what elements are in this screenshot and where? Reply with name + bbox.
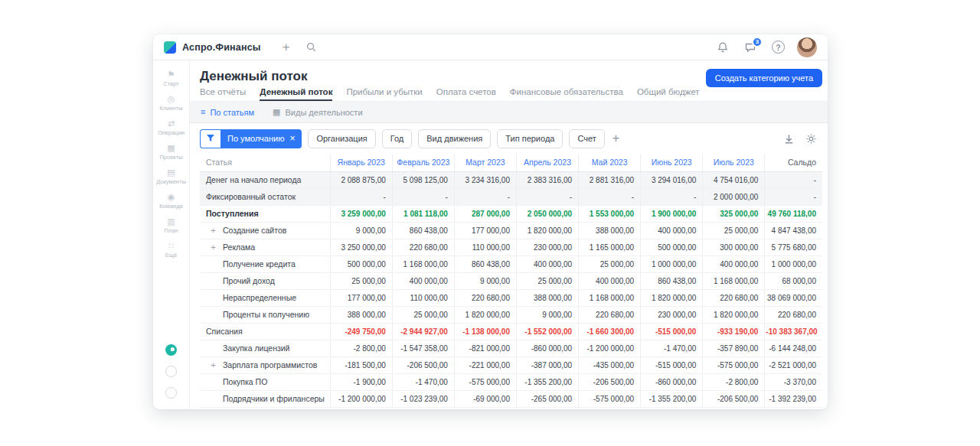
value-cell: 400 000,00 (392, 272, 454, 289)
value-cell: - (579, 188, 641, 205)
sidebar-item-start[interactable]: ⚑Старт (156, 70, 186, 87)
sidebar-item-projects[interactable]: ▦Проекты (156, 143, 186, 161)
value-cell: -1 138 000,00 (454, 323, 516, 340)
column-month[interactable]: Март 2023 (454, 154, 516, 171)
value-cell: -206 500,00 (579, 373, 641, 390)
row-software-purchase: Покупка ПО-1 900,00-1 470,00-575 000,00-… (200, 373, 822, 390)
value-cell: -821 000,00 (454, 340, 516, 356)
settings-icon[interactable] (805, 133, 817, 145)
expand-icon[interactable]: + (209, 360, 217, 369)
tab-cash-flow[interactable]: Денежный поток (260, 84, 332, 101)
filter-year[interactable]: Год (382, 129, 413, 148)
plan-icon: ▥ (167, 216, 175, 226)
table-actions (783, 133, 817, 145)
sidebar-item-team[interactable]: ◉Команда (156, 192, 186, 210)
sidebar-item-operations[interactable]: ⇄Операции (156, 119, 186, 136)
row-programmer-salary: +Зарплата программистов-181 500,00-206 5… (200, 356, 822, 373)
value-cell: 1 168 000,00 (392, 256, 454, 272)
sidebar-item-documents[interactable]: ▤Документы (156, 168, 186, 185)
column-month[interactable]: Май 2023 (579, 154, 641, 171)
sidebar-item-label: Проекты (159, 154, 182, 161)
default-filter-chip[interactable]: По умолчанию × (220, 129, 302, 148)
value-cell: -387 000,00 (516, 356, 578, 373)
value-cell: -3 370,00 (765, 373, 822, 390)
filter-period-type[interactable]: Тип периода (497, 129, 563, 148)
row-label: Прочий доход (223, 276, 275, 285)
topbar-left: Аспро.Финансы + (164, 41, 317, 54)
tab-obligations[interactable]: Финансовые обязательства (510, 84, 623, 101)
value-cell: 68 000,00 (765, 272, 822, 289)
value-cell: -357 890,00 (703, 340, 765, 356)
chat-badge: 3 (752, 37, 763, 47)
column-month[interactable]: Июнь 2023 (641, 154, 703, 171)
tab-all-reports[interactable]: Все отчёты (200, 84, 246, 101)
filter-account[interactable]: Счет (569, 129, 604, 148)
value-cell: 388 000,00 (516, 289, 578, 306)
value-cell: -1 470,00 (641, 340, 703, 356)
sidebar-item-label: План (164, 227, 178, 234)
row-contractors: Подрядчики и фрилансеры-1 200 000,00-1 0… (200, 390, 822, 407)
value-cell: 9 000,00 (330, 222, 392, 239)
value-cell: 2 000 000,00 (703, 188, 765, 205)
value-cell: -1 547 358,00 (392, 340, 454, 356)
report-tabs: Все отчётыДенежный потокПрибыли и убытки… (190, 84, 828, 102)
help-icon[interactable]: ? (772, 41, 785, 54)
view-mode-by-activity[interactable]: ▦Виды деятельности (273, 108, 362, 117)
value-cell: 400 000,00 (641, 222, 703, 239)
column-month[interactable]: Июль 2023 (703, 154, 765, 171)
row-label: Нераспределенные (223, 293, 296, 302)
column-month[interactable]: Январь 2023 (330, 154, 392, 171)
value-cell: 2 881 316,00 (579, 171, 641, 188)
value-cell: 25 000,00 (392, 306, 454, 323)
user-avatar[interactable] (797, 37, 817, 57)
expand-icon[interactable]: + (209, 243, 217, 252)
documents-icon: ▤ (167, 168, 175, 177)
row-loan-receipt: Получение кредита500 000,001 168 000,008… (200, 256, 822, 272)
remove-filter-icon[interactable]: × (289, 134, 295, 143)
value-cell: 1 820 000,00 (454, 306, 516, 323)
value-cell: -860 000,00 (641, 373, 703, 390)
search-icon[interactable] (305, 41, 317, 53)
value-cell: - (516, 188, 578, 205)
topbar-right: 3 ? (701, 37, 817, 57)
chat-icon[interactable]: 3 (744, 41, 756, 54)
value-cell: 220 680,00 (703, 289, 765, 306)
sidebar-item-clients[interactable]: ◎Клиенты (156, 94, 186, 112)
row-label-cell: Поступления (200, 205, 330, 222)
quick-add-button[interactable]: + (283, 41, 290, 54)
column-month[interactable]: Февраль 2023 (392, 154, 454, 171)
row-label-cell: +Реклама (200, 239, 330, 256)
column-month[interactable]: Апрель 2023 (516, 154, 578, 171)
tab-budget[interactable]: Общий бюджет (637, 84, 700, 101)
list-icon: ≡ (201, 108, 205, 116)
value-cell: 4 754 016,00 (703, 171, 765, 188)
row-label-cell: Подрядчики и фрилансеры (200, 390, 330, 407)
value-cell: 9 000,00 (516, 306, 578, 323)
filter-movement-type[interactable]: Вид движения (418, 129, 491, 148)
filter-bar: По умолчанию × ОрганизацияГодВид движени… (190, 123, 828, 154)
tab-profit-loss[interactable]: Прибыли и убытки (346, 84, 422, 101)
value-cell: 1 553 000,00 (579, 205, 641, 222)
row-label-cell: Закупка лицензий (200, 340, 330, 356)
value-cell: -933 190,00 (703, 323, 765, 340)
notifications-icon[interactable] (717, 41, 729, 54)
row-label: Фиксированный остаток (206, 192, 296, 201)
value-cell: 220 680,00 (765, 306, 822, 323)
filter-organization[interactable]: Организация (308, 129, 375, 148)
sidebar-item-more[interactable]: ∷Ещё (156, 241, 186, 259)
view-mode-by-articles[interactable]: ≡По статьям (201, 108, 254, 117)
sidebar-item-plan[interactable]: ▥План (156, 216, 186, 234)
expand-icon[interactable]: + (209, 226, 217, 235)
aspro-cloud-icon[interactable] (165, 344, 177, 356)
app-module-icon-1[interactable] (165, 366, 177, 377)
value-cell: 9 000,00 (454, 272, 516, 289)
app-module-icon-2[interactable] (165, 387, 177, 399)
app-logo-icon (164, 41, 176, 54)
value-cell: 5 098 125,00 (392, 171, 454, 188)
filter-funnel-icon[interactable] (200, 129, 220, 148)
value-cell: 230 000,00 (516, 239, 578, 256)
add-filter-button[interactable]: + (611, 132, 621, 145)
download-icon[interactable] (783, 133, 795, 145)
value-cell: 2 088 875,00 (330, 171, 392, 188)
tab-invoices[interactable]: Оплата счетов (436, 84, 496, 101)
